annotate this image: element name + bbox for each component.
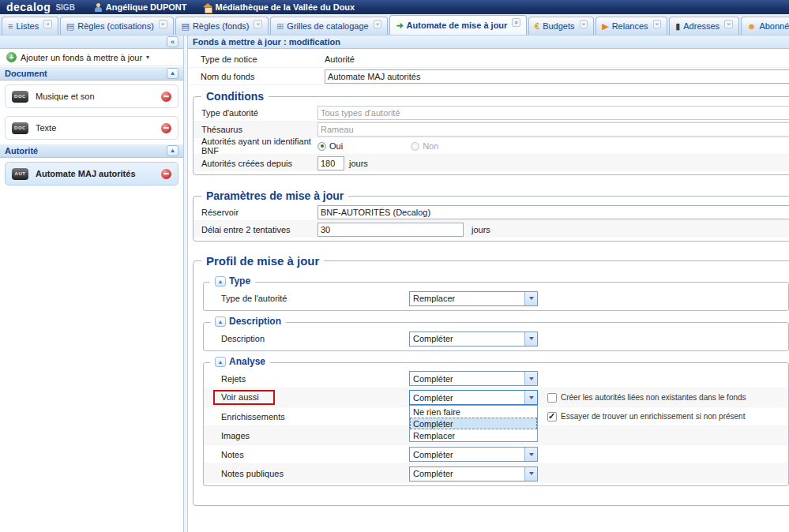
tab-regles-fonds[interactable]: ▤ Règles (fonds) × xyxy=(175,17,269,35)
list-icon: ≡ xyxy=(8,22,13,31)
sidebar-section-autorite[interactable]: Autorité ▴ xyxy=(0,144,183,158)
tab-close-icon[interactable]: × xyxy=(653,20,662,28)
tab-grilles-catalogage[interactable]: ⊞ Grilles de catalogage × xyxy=(270,17,388,35)
library-name: Médiathèque de la Vallée du Doux xyxy=(216,2,355,12)
list-item-texte[interactable]: DOC Texte xyxy=(5,116,178,140)
top-bar: decalog SIGB Angélique DUPONT Médiathèqu… xyxy=(0,0,789,14)
reservoir-input[interactable] xyxy=(317,205,789,219)
tab-relances[interactable]: ▶ Relances × xyxy=(596,17,667,35)
home-icon xyxy=(203,3,212,12)
rules-fonds-icon: ▤ xyxy=(182,22,190,31)
section-collapse-icon[interactable]: ▴ xyxy=(167,68,178,79)
tab-listes[interactable]: ≡ Listes × xyxy=(2,17,58,35)
page-title: Fonds à mettre à jour : modification xyxy=(193,37,340,47)
notes-row: Notes Compléter xyxy=(204,445,788,464)
tab-adresses[interactable]: ▮ Adresses × xyxy=(669,17,739,35)
person-icon: ☻ xyxy=(747,22,757,31)
sidebar-header-bar: « xyxy=(0,36,183,49)
notice-type-row: Type de notice Autorité xyxy=(188,51,789,68)
building-icon: ▮ xyxy=(675,22,680,31)
horn-icon: ▶ xyxy=(602,22,608,31)
fund-name-input[interactable] xyxy=(325,69,789,84)
params-legend: Paramètres de mise à jour xyxy=(201,189,348,202)
notice-type-value: Autorité xyxy=(325,54,355,64)
fund-name-row: Nom du fonds xyxy=(188,68,789,85)
tab-abonnes-fonctionnels[interactable]: ☻ Abonnés fonctionnels × xyxy=(741,17,789,35)
tab-close-icon[interactable]: × xyxy=(580,20,588,28)
chevron-down-icon[interactable] xyxy=(524,332,537,346)
doc-badge: DOC xyxy=(12,91,28,103)
fund-form: Type de notice Autorité Nom du fonds Con… xyxy=(188,49,789,532)
create-linked-authorities-checkbox[interactable] xyxy=(547,393,557,403)
thesaurus-input xyxy=(317,122,789,137)
authority-type-input xyxy=(317,106,789,120)
type-group-legend: Type xyxy=(229,275,250,287)
user-icon xyxy=(94,3,103,12)
delay-input[interactable] xyxy=(317,223,464,237)
notes-publiques-row: Notes publiques Compléter xyxy=(204,464,788,483)
user-name: Angélique DUPONT xyxy=(106,2,187,12)
green-plus-icon: + xyxy=(6,52,17,62)
panel-title-bar: Fonds à mettre à jour : modification xyxy=(188,36,789,49)
current-library[interactable]: Médiathèque de la Vallée du Doux xyxy=(203,2,355,12)
description-select[interactable]: Compléter xyxy=(409,332,538,347)
remove-icon[interactable] xyxy=(161,92,171,102)
profile-legend: Profil de mise à jour xyxy=(201,254,324,268)
group-collapse-icon[interactable]: ▴ xyxy=(215,276,226,287)
remove-icon[interactable] xyxy=(161,169,171,179)
rules-cotisations-icon: ▤ xyxy=(66,22,74,31)
dropdown-option[interactable]: Remplacer xyxy=(410,429,537,441)
tab-close-icon[interactable]: × xyxy=(374,20,382,28)
list-item-automate-maj-autorites[interactable]: AUT Automate MAJ autorités xyxy=(5,162,178,185)
analysis-group-legend: Analyse xyxy=(229,356,265,367)
group-collapse-icon[interactable]: ▴ xyxy=(215,317,226,327)
chevron-down-icon[interactable] xyxy=(524,467,537,481)
tab-budgets[interactable]: € Budgets × xyxy=(528,17,594,35)
notes-publiques-select[interactable]: Compléter xyxy=(409,466,538,481)
group-collapse-icon[interactable]: ▴ xyxy=(215,357,226,367)
voir-aussi-select[interactable]: Compléter xyxy=(409,390,538,405)
try-enrichment-checkbox[interactable] xyxy=(547,412,557,421)
tab-regles-cotisations[interactable]: ▤ Règles (cotisations) × xyxy=(60,17,174,35)
rejets-row: Rejets Compléter xyxy=(204,369,788,388)
aut-badge: AUT xyxy=(12,168,28,180)
tab-close-icon[interactable]: × xyxy=(724,20,733,28)
chevron-down-icon[interactable] xyxy=(524,391,537,404)
chevron-down-icon[interactable] xyxy=(524,292,537,305)
bnf-no-radio[interactable] xyxy=(411,142,419,151)
chevron-down-icon[interactable] xyxy=(524,372,537,385)
voir-aussi-dropdown-list: Ne rien faire Compléter Remplacer xyxy=(409,405,538,442)
add-fund-button[interactable]: + Ajouter un fonds à mettre à jour ▾ xyxy=(0,49,183,66)
dropdown-option[interactable]: Compléter xyxy=(410,418,537,429)
created-since-input[interactable] xyxy=(317,156,344,170)
notes-select[interactable]: Compléter xyxy=(409,447,538,462)
tab-close-icon[interactable]: × xyxy=(254,20,262,28)
remove-icon[interactable] xyxy=(161,123,171,133)
tab-close-icon[interactable]: × xyxy=(43,20,52,28)
analysis-group: ▴ Analyse Rejets Compléter xyxy=(203,362,789,486)
chevron-down-icon[interactable] xyxy=(524,448,537,461)
params-fieldset: Paramètres de mise à jour Réservoir Déla… xyxy=(193,196,789,242)
dropdown-option[interactable]: Ne rien faire xyxy=(410,406,537,418)
description-group-legend: Description xyxy=(229,316,281,327)
tab-close-icon[interactable]: × xyxy=(159,20,167,28)
bnf-yes-radio[interactable] xyxy=(317,142,326,151)
voir-aussi-row: Voir aussi Compléter Ne rien faire Compl… xyxy=(204,388,788,407)
section-collapse-icon[interactable]: ▴ xyxy=(167,145,178,156)
content-area: « + Ajouter un fonds à mettre à jour ▾ D… xyxy=(0,36,789,532)
authority-type-select[interactable]: Remplacer xyxy=(409,291,538,306)
chevron-down-icon: ▾ xyxy=(146,54,149,61)
list-item-musique-et-son[interactable]: DOC Musique et son xyxy=(5,84,178,108)
sidebar-section-document[interactable]: Document ▴ xyxy=(0,66,183,81)
app-logo-suffix: SIGB xyxy=(55,3,74,12)
sidebar-collapse-button[interactable]: « xyxy=(167,36,178,47)
current-user[interactable]: Angélique DUPONT xyxy=(94,2,187,12)
tab-close-icon[interactable]: × xyxy=(512,18,520,27)
profile-fieldset: Profil de mise à jour ▴ Type Type de l'a… xyxy=(193,260,789,506)
tab-automate-mise-a-jour[interactable]: ➜ Automate de mise à jour × xyxy=(389,15,527,35)
app-logo: decalog xyxy=(6,1,51,13)
update-arrow-icon: ➜ xyxy=(396,21,403,30)
doc-badge: DOC xyxy=(12,122,28,134)
tab-bar: ≡ Listes × ▤ Règles (cotisations) × ▤ Rè… xyxy=(0,14,789,36)
rejets-select[interactable]: Compléter xyxy=(409,371,538,386)
